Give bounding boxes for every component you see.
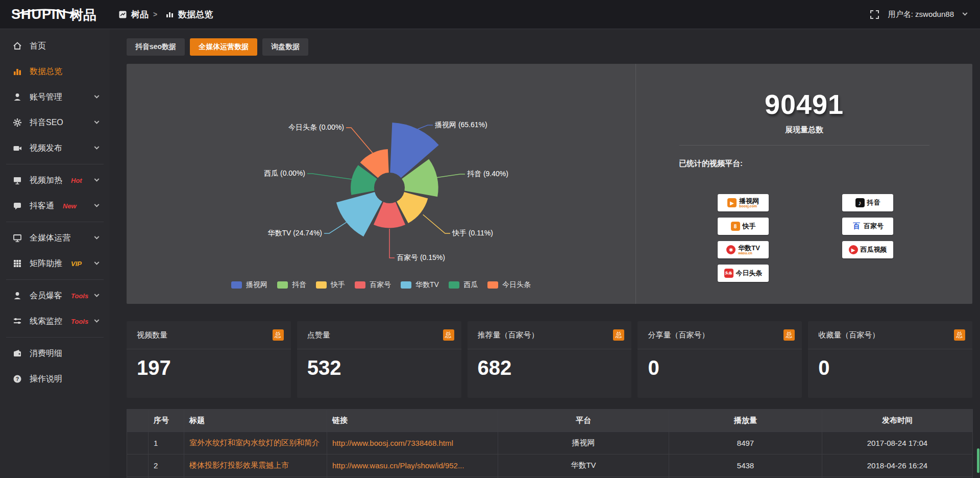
sidebar-item-5[interactable]: 视频发布 [0,135,110,161]
pie-slice-5[interactable] [336,192,382,236]
cell-time: 2018-04-26 16:24 [822,455,973,477]
sidebar: 首页数据总览账号管理抖音SEO视频发布视频加热Hot抖客通New全媒体运营矩阵助… [0,29,110,478]
stat-card-title: 收藏量（百家号） [818,330,879,340]
video-table-wrap: 序号标题链接平台播放量发布时间 1 室外水纹灯和室内水纹灯的区别和简介 http… [127,409,972,478]
legend-item-6[interactable]: 西瓜 [449,280,478,290]
cell-plays: 8497 [669,432,822,455]
stat-card-value: 197 [137,356,291,379]
scrollbar-track[interactable] [977,29,979,478]
legend-label: 华数TV [415,280,439,290]
chevron-down-icon[interactable] [94,93,100,99]
sidebar-item-9[interactable]: 矩阵助推VIP [0,251,110,276]
chevron-down-icon[interactable] [94,234,100,240]
overview-panel: 播视网抖音快手百家号华数TV西瓜今日头条 播视网 (65.61%)抖音 (9.4… [127,64,972,304]
cell-link[interactable]: http://www.boosj.com/7338468.html [327,432,498,455]
legend-item-4[interactable]: 百家号 [355,280,391,290]
legend-item-1[interactable]: 播视网 [231,280,267,290]
platform-logo-xigua: ▶西瓜视频 [842,241,893,258]
total-badge[interactable]: 总 [783,329,795,341]
monitor-icon [12,176,22,185]
user-menu-chevron-icon[interactable] [963,11,968,16]
pie-label-line [307,174,352,179]
cell-title[interactable]: 室外水纹灯和室内水纹灯的区别和简介 [184,432,327,455]
sidebar-item-11[interactable]: 线索监控Tools [0,308,110,334]
chevron-down-icon[interactable] [94,119,100,124]
sidebar-badge-tools: Tools [71,318,88,325]
stat-card-header: 点赞量 总 [297,321,461,349]
chevron-down-icon[interactable] [94,145,100,150]
table-header-2: 标题 [184,410,327,432]
sidebar-item-1[interactable]: 首页 [0,33,110,59]
sidebar-item-12[interactable]: 消费明细 [0,341,110,366]
platform-logo-baijia: 百百家号 [842,218,893,235]
sidebar-divider [6,279,104,280]
legend-item-7[interactable]: 今日头条 [487,280,531,290]
cell-platform: 播视网 [498,432,669,455]
tab-1[interactable]: 抖音seo数据 [127,38,185,56]
sidebar-item-6[interactable]: 视频加热Hot [0,168,110,193]
tab-3[interactable]: 询盘数据 [262,38,308,56]
sidebar-item-2[interactable]: 数据总览 [0,59,110,84]
sidebar-item-label: 操作说明 [30,374,62,385]
wallet-icon [12,349,22,358]
sidebar-item-4[interactable]: 抖音SEO [0,110,110,135]
sidebar-item-7[interactable]: 抖客通New [0,193,110,219]
logo-arc [13,9,77,15]
sidebar-divider [6,222,104,222]
cell-title[interactable]: 楼体投影灯投影效果震撼上市 [184,455,327,477]
sidebar-item-label: 抖客通 [30,201,54,211]
breadcrumb-chart-icon [166,11,174,18]
stat-card-value: 682 [478,356,632,379]
total-badge[interactable]: 总 [954,329,965,341]
total-badge[interactable]: 总 [273,329,284,341]
total-badge[interactable]: 总 [613,329,624,341]
legend-item-3[interactable]: 快手 [316,280,345,290]
chevron-down-icon[interactable] [94,260,100,265]
scrollbar-thumb[interactable] [977,448,979,473]
cell-link[interactable]: http://www.wasu.cn/Play/show/id/952... [327,455,498,477]
rose-chart-svg [127,64,635,304]
breadcrumb-current[interactable]: 数据总览 [178,9,213,20]
platform-logo-toutiao: 头条今日头条 [718,265,769,282]
cell-platform: 华数TV [498,455,669,477]
breadcrumb-separator: > [153,10,157,18]
sidebar-item-label: 视频加热 [30,175,62,186]
chevron-down-icon[interactable] [94,177,100,182]
sidebar-badge-vip: VIP [71,260,82,268]
legend-swatch [401,281,411,289]
breadcrumb: 树品 > 数据总览 [119,9,213,20]
sidebar-divider [6,337,104,338]
legend-label: 播视网 [246,280,267,290]
tab-2[interactable]: 全媒体运营数据 [190,38,257,56]
bar-chart-icon [12,67,22,77]
legend-item-2[interactable]: 抖音 [277,280,306,290]
table-header-5: 播放量 [669,410,822,432]
home-icon [12,41,22,51]
pie-label-line [423,214,450,233]
username-label[interactable]: 用户名: zswodun88 [888,10,954,19]
chevron-down-icon[interactable] [94,318,100,323]
legend-item-5[interactable]: 华数TV [401,280,439,290]
grid-icon [12,259,22,269]
sidebar-item-10[interactable]: 会员爆客Tools [0,283,110,308]
sidebar-item-8[interactable]: 全媒体运营 [0,225,110,251]
app-logo[interactable]: SHUPIN 树品 [0,8,110,21]
fullscreen-icon[interactable] [870,10,879,19]
legend-swatch [449,281,459,289]
sidebar-item-13[interactable]: ?操作说明 [0,366,110,392]
breadcrumb-root[interactable]: 树品 [131,9,149,20]
stat-card-value: 532 [307,356,461,379]
cell-num: 2 [149,455,184,477]
chevron-down-icon[interactable] [94,202,100,207]
table-header-4: 平台 [498,410,669,432]
stat-card-4: 分享量（百家号） 总 0 [638,321,802,398]
sidebar-item-label: 矩阵助推 [30,258,62,269]
table-row-2: 2 楼体投影灯投影效果震撼上市 http://www.wasu.cn/Play/… [127,455,973,477]
sidebar-item-label: 全媒体运营 [30,233,70,244]
screen-icon [12,233,22,243]
chevron-down-icon[interactable] [94,292,100,297]
data-tabs: 抖音seo数据全媒体运营数据询盘数据 [127,38,972,56]
total-badge[interactable]: 总 [443,329,454,341]
pie-label-3: 快手 (0.11%) [452,229,493,238]
sidebar-item-3[interactable]: 账号管理 [0,84,110,110]
